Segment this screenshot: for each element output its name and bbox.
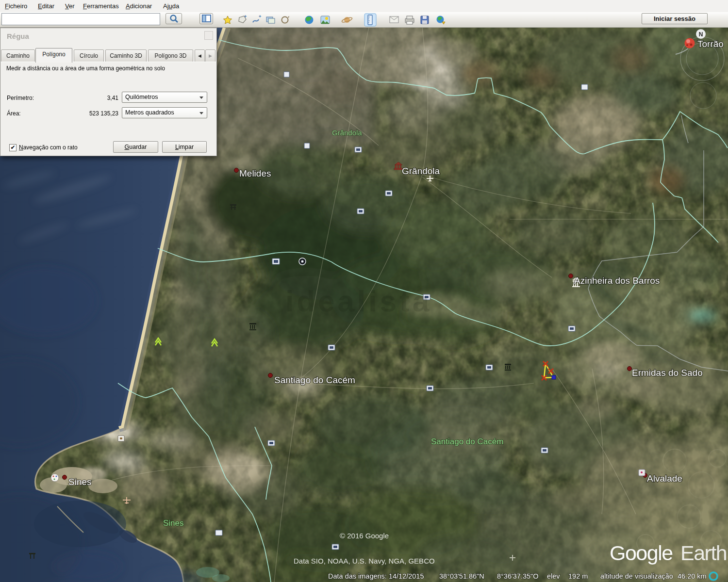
svg-text:Grândola: Grândola [402, 166, 440, 176]
svg-text:Ermidas do Sado: Ermidas do Sado [632, 368, 703, 378]
svg-text:+: + [244, 14, 247, 19]
svg-text:Alvalade: Alvalade [647, 473, 682, 484]
svg-text:Sines: Sines [68, 477, 92, 487]
svg-text:Sines: Sines [163, 518, 184, 528]
svg-text:Data SIO, NOAA, U.S. Navy, NGA: Data SIO, NOAA, U.S. Navy, NGA, GEBCO [294, 557, 435, 565]
svg-text:38°03'51.86"N: 38°03'51.86"N [439, 572, 484, 580]
svg-text:Grândola: Grândola [332, 129, 362, 137]
svg-text:192 m: 192 m [568, 572, 588, 580]
svg-text:N: N [699, 31, 703, 38]
svg-text:+: + [259, 14, 261, 19]
svg-text:Data das imagens: 14/12/2015: Data das imagens: 14/12/2015 [328, 572, 424, 580]
svg-text:altitude de visualização: altitude de visualização [600, 572, 673, 580]
svg-text:idealista: idealista [285, 284, 432, 318]
svg-text:Santiago do Cacém: Santiago do Cacém [274, 375, 355, 385]
svg-text:© 2016 Google: © 2016 Google [340, 532, 389, 540]
svg-text:elev: elev [547, 572, 560, 580]
svg-text:Santiago do Cacém: Santiago do Cacém [431, 437, 503, 446]
svg-text:46.20 km: 46.20 km [678, 572, 707, 580]
svg-text:Azinheira dos Barros: Azinheira dos Barros [574, 275, 660, 286]
svg-text:Google: Google [610, 541, 673, 565]
svg-text:Earth: Earth [680, 541, 727, 565]
svg-text:Melides: Melides [239, 168, 271, 178]
svg-text:Torrão: Torrão [697, 39, 724, 49]
svg-text:8°36'37.35"O: 8°36'37.35"O [497, 572, 538, 580]
